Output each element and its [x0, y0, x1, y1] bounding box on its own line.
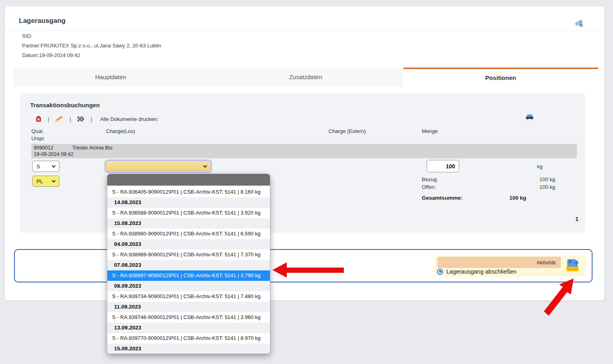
dropdown-option[interactable]: S - RA:839734-9090012\P01 | CSB-Archiv-K… — [107, 291, 270, 302]
column-header-charge-extern: Charge (Extern) — [329, 128, 366, 134]
qual-select-value: S — [37, 164, 52, 170]
dropdown-date-row: 15.09.2023 — [107, 344, 270, 354]
menge-input[interactable] — [427, 160, 459, 172]
row-timestamp: 19-09-2024 09:42 — [34, 151, 74, 157]
dropdown-date-row: 08.09.2023 — [107, 281, 270, 291]
radio-row: Lagerausgang abschließen — [437, 268, 517, 275]
pencil-icon[interactable] — [55, 116, 63, 122]
origin-select-value: PL — [37, 178, 52, 184]
window-header: Lagerausgang — [5, 6, 604, 31]
dropdown-option[interactable]: S - RA:839746-9090012\P01 | CSB-Archiv-K… — [107, 312, 270, 323]
tab-positionen[interactable]: Positionen — [403, 67, 598, 86]
aktivitaet-label: Aktivität — [537, 260, 556, 266]
page: { "window": { "title": "Lagerausgang" },… — [0, 0, 613, 364]
dropdown-date-row: 14.08.2023 — [107, 197, 270, 208]
unit-label: kg — [537, 164, 543, 170]
charge-los-dropdown: S - RA:836405-9090012\P01 | CSB-Archiv-K… — [107, 174, 270, 354]
position-header-row: 9090012 Trester Aronia Bio 19-09-2024 09… — [31, 144, 577, 158]
tab-zusatzdaten[interactable]: Zusatzdaten — [208, 67, 403, 86]
print-all-label: Alle Dokumente drucken: — [100, 116, 158, 122]
tab-bar: Hauptdaten Zusatzdaten Positionen — [13, 67, 598, 86]
offen-value: 100 kg — [519, 184, 555, 190]
dropdown-date-row: 04.09.2023 — [107, 239, 270, 249]
dropdown-date-row: 13.09.2023 — [107, 323, 270, 333]
action-bar: Aktivität Lagerausgang abschließen — [14, 249, 593, 282]
column-header-urspr: Urspr. — [31, 135, 45, 141]
lagerausgang-abschliessen-radio[interactable] — [437, 269, 443, 275]
chevron-down-icon — [203, 164, 207, 168]
dropdown-empty-option[interactable] — [107, 174, 270, 186]
column-header-menge: Menge — [422, 128, 438, 134]
dropdown-option[interactable]: S - RA:838997-9090012\P01 | CSB-Archiv-K… — [107, 270, 270, 281]
dropdown-date-row: 11.09.2023 — [107, 302, 270, 312]
datum-line: Datum:19-09-2024 09:42 — [22, 52, 161, 58]
article-number: 9090012 — [34, 145, 53, 151]
chevron-down-icon — [52, 179, 56, 183]
toolbar: | | | Alle Dokumente drucken: — [36, 115, 158, 123]
toolbar-separator: | — [69, 116, 71, 122]
offen-label: Offen: — [422, 184, 436, 190]
dropdown-option[interactable]: S - RA:839770-9090012\P01 | CSB-Archiv-K… — [107, 333, 270, 344]
dropdown-option[interactable]: S - RA:836588-9090012\P01 | CSB-Archiv-K… — [107, 208, 270, 218]
chevron-down-icon — [52, 164, 56, 168]
lagerausgang-window: Lagerausgang SID: Partner:FRUNUTEX Sp.z.… — [5, 6, 604, 301]
column-header-charge-los: Charge(Los) — [106, 128, 135, 134]
printer-icon[interactable] — [525, 115, 534, 123]
origin-select[interactable]: PL — [32, 176, 59, 187]
toolbar-separator: | — [91, 116, 92, 122]
page-number: 1 — [558, 216, 578, 222]
column-header-qual: Qual. — [31, 128, 44, 134]
bezug-label: Bezug: — [422, 176, 438, 182]
delete-icon[interactable] — [36, 116, 41, 122]
gesamtsumme-value: 100 kg — [509, 195, 526, 201]
gesamtsumme-label: Gesamtsumme: — [422, 195, 462, 201]
partner-line: Partner:FRUNUTEX Sp.z.o.o., ul.Jana Sawy… — [22, 43, 161, 49]
activity-panel: Aktivität Lagerausgang abschließen — [435, 256, 586, 276]
tab-hauptdaten[interactable]: Hauptdaten — [13, 67, 208, 86]
dropdown-date-row: 15.08.2023 — [107, 218, 270, 229]
toolbar-separator: | — [48, 116, 49, 122]
gears-cluster-icon[interactable] — [574, 19, 584, 30]
section-title: Transaktionsbuchungen — [30, 102, 100, 108]
transaktionsbuchungen-panel: Transaktionsbuchungen | | — [20, 93, 585, 233]
dropdown-date-row: 07.08.2023 — [107, 260, 270, 270]
page-title: Lagerausgang — [19, 17, 65, 25]
dropdown-option[interactable]: S - RA:838989-9090012\P01 | CSB-Archiv-K… — [107, 249, 270, 260]
checkered-flag-icon[interactable] — [78, 117, 84, 122]
aktivitaet-button[interactable]: Aktivität — [437, 257, 561, 268]
charge-los-select[interactable] — [106, 161, 211, 172]
sid-line: SID: — [22, 33, 161, 39]
document-meta: SID: Partner:FRUNUTEX Sp.z.o.o., ul.Jana… — [22, 33, 161, 62]
dropdown-list: S - RA:836405-9090012\P01 | CSB-Archiv-K… — [107, 186, 270, 354]
outbox-tray-icon[interactable] — [565, 258, 580, 274]
dropdown-option[interactable]: S - RA:838980-9090012\P01 | CSB-Archiv-K… — [107, 229, 270, 239]
lagerausgang-abschliessen-label: Lagerausgang abschließen — [446, 268, 517, 275]
qual-select[interactable]: S — [32, 161, 59, 172]
article-name: Trester Aronia Bio — [72, 145, 112, 151]
dropdown-option[interactable]: S - RA:836405-9090012\P01 | CSB-Archiv-K… — [107, 187, 270, 197]
bezug-value: 100 kg — [519, 176, 555, 182]
